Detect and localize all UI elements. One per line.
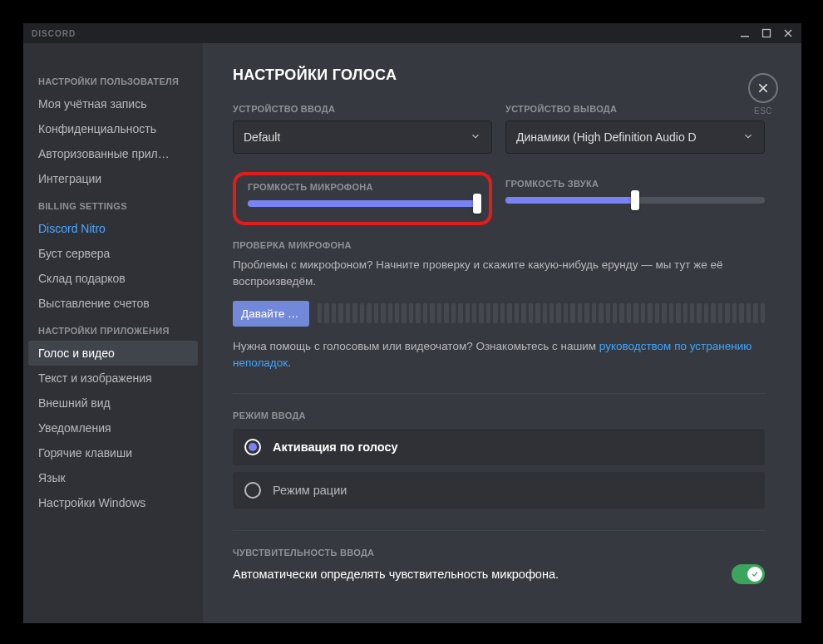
titlebar: DISCORD (23, 23, 801, 43)
close-window-button[interactable] (780, 25, 796, 42)
input-device-select[interactable]: Default (233, 120, 492, 154)
close-settings: ESC (748, 73, 778, 116)
slider-thumb[interactable] (631, 190, 639, 210)
minimize-button[interactable] (737, 25, 753, 42)
input-device-value: Default (244, 130, 280, 144)
sidebar-item[interactable]: Внешний вид (23, 391, 203, 415)
brand-label: DISCORD (32, 29, 76, 38)
auto-sensitivity-toggle[interactable] (732, 564, 765, 584)
sidebar-item[interactable]: Горячие клавиши (23, 440, 203, 465)
toggle-knob (747, 567, 762, 582)
esc-label: ESC (748, 106, 778, 116)
svg-rect-1 (763, 30, 771, 37)
mic-volume-label: ГРОМКОСТЬ МИКРОФОНА (248, 182, 477, 192)
section-divider (233, 530, 765, 531)
sidebar-group-header: BILLING SETTINGS (23, 191, 203, 216)
input-device-label: УСТРОЙСТВО ВВОДА (233, 104, 492, 114)
sensitivity-label: ЧУВСТВИТЕЛЬНОСТЬ ВВОДА (233, 548, 765, 558)
app-window: DISCORD НАСТРОЙКИ ПОЛЬЗОВАТЕЛЯМоя учётна… (23, 23, 801, 623)
output-device-label: УСТРОЙСТВО ВЫВОДА (505, 104, 765, 114)
input-mode-push-to-talk[interactable]: Режим рации (233, 472, 765, 509)
sidebar-item[interactable]: Моя учётная запись (23, 91, 203, 116)
help-suffix: . (288, 356, 291, 369)
sidebar-item[interactable]: Уведомления (23, 415, 203, 440)
sidebar-item[interactable]: Конфиденциальность (23, 116, 203, 141)
radio-label: Активация по голосу (273, 440, 398, 454)
volume-row: ГРОМКОСТЬ МИКРОФОНА ГРОМКОСТЬ ЗВУКА (233, 169, 765, 225)
sidebar-item[interactable]: Настройки Windows (23, 490, 203, 515)
input-mode-voice-activity[interactable]: Активация по голосу (233, 429, 765, 465)
sidebar-item[interactable]: Текст и изображения (23, 366, 203, 391)
chevron-down-icon (742, 130, 754, 145)
sidebar-item[interactable]: Буст сервера (23, 241, 203, 266)
sidebar-item[interactable]: Авторизованные прил… (23, 141, 203, 166)
mic-test-text: Проблемы с микрофоном? Начните проверку … (233, 257, 765, 291)
help-prefix: Нужна помощь с голосовым или видеочатом?… (233, 340, 599, 352)
mic-test-button[interactable]: Давайте пр… (233, 301, 309, 327)
input-mode-label: РЕЖИМ ВВОДА (233, 410, 765, 420)
mic-volume-slider[interactable] (248, 200, 477, 207)
radio-label: Режим рации (273, 484, 347, 497)
help-text: Нужна помощь с голосовым или видеочатом?… (233, 338, 765, 372)
slider-thumb[interactable] (473, 194, 481, 214)
sidebar-item[interactable]: Интеграции (23, 166, 203, 191)
section-divider (233, 393, 765, 394)
sidebar-item[interactable]: Выставление счетов (23, 291, 203, 316)
content-area: НАСТРОЙКИ ПОЛЬЗОВАТЕЛЯМоя учётная запись… (23, 43, 801, 623)
sidebar-group-header: НАСТРОЙКИ ПРИЛОЖЕНИЯ (23, 316, 203, 341)
auto-sensitivity-label: Автоматически определять чувствительност… (233, 568, 559, 581)
sidebar-group-header: НАСТРОЙКИ ПОЛЬЗОВАТЕЛЯ (23, 66, 203, 91)
window-controls (737, 25, 796, 42)
settings-main: ESC НАСТРОЙКИ ГОЛОСА УСТРОЙСТВО ВВОДА De… (203, 43, 801, 623)
output-volume-slider[interactable] (505, 197, 765, 204)
mic-volume-highlight: ГРОМКОСТЬ МИКРОФОНА (233, 172, 492, 225)
mic-test-row: Давайте пр… (233, 301, 765, 327)
radio-icon (244, 482, 261, 499)
sidebar-item[interactable]: Склад подарков (23, 266, 203, 291)
sidebar-item[interactable]: Язык (23, 465, 203, 490)
close-settings-button[interactable] (748, 73, 778, 103)
output-device-select[interactable]: Динамики (High Definition Audio D (505, 120, 765, 154)
svg-rect-0 (741, 36, 749, 37)
sidebar-item[interactable]: Discord Nitro (23, 216, 203, 241)
device-row: УСТРОЙСТВО ВВОДА Default УСТРОЙСТВО ВЫВО… (233, 104, 765, 154)
mic-level-meter (318, 303, 765, 323)
output-device-value: Динамики (High Definition Audio D (516, 130, 697, 144)
chevron-down-icon (470, 130, 481, 145)
radio-icon (244, 439, 261, 455)
settings-sidebar: НАСТРОЙКИ ПОЛЬЗОВАТЕЛЯМоя учётная запись… (23, 43, 203, 623)
maximize-button[interactable] (758, 25, 775, 42)
output-volume-label: ГРОМКОСТЬ ЗВУКА (505, 179, 765, 189)
mic-test-header: ПРОВЕРКА МИКРОФОНА (233, 240, 765, 250)
sidebar-item[interactable]: Голос и видео (28, 341, 198, 366)
auto-sensitivity-row: Автоматически определять чувствительност… (233, 564, 765, 584)
page-title: НАСТРОЙКИ ГОЛОСА (233, 66, 765, 84)
